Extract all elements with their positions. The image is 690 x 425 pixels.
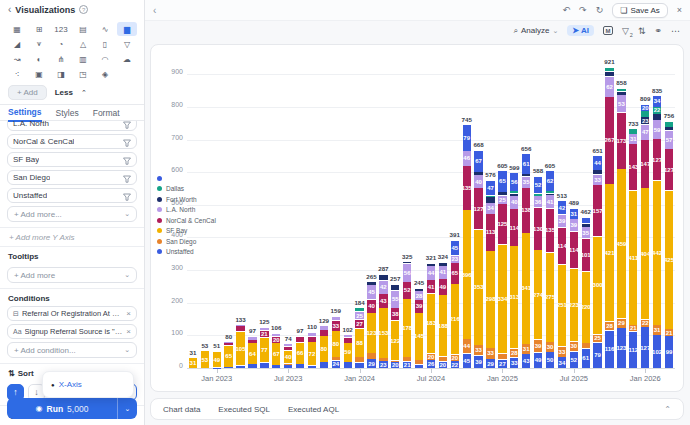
bar-segment[interactable]: 114 <box>558 228 566 265</box>
bar-segment[interactable]: 25 <box>498 196 506 204</box>
collapse-panel-icon[interactable]: ⌃ <box>664 405 671 414</box>
add-more-series-dropdown[interactable]: + Add more... ⌄ <box>7 206 137 222</box>
bar-segment[interactable]: 21 <box>260 331 268 337</box>
bar-segment[interactable] <box>296 364 304 368</box>
bar-segment[interactable]: 53 <box>201 351 209 368</box>
bar-segment[interactable]: 105 <box>236 332 244 366</box>
legend-item[interactable] <box>157 173 216 184</box>
bar-segment[interactable] <box>415 360 423 364</box>
bar-segment[interactable] <box>510 191 518 193</box>
filter-button[interactable]: ▽2 <box>622 26 629 36</box>
bar-segment[interactable]: 29 <box>367 359 375 368</box>
bar-segment[interactable] <box>534 194 542 196</box>
bar-segment[interactable]: 22 <box>451 361 459 368</box>
bar-segment[interactable] <box>522 174 530 176</box>
more-options-icon[interactable]: ⋯ <box>671 26 680 36</box>
bar-segment[interactable]: 57 <box>665 131 673 149</box>
bar-segment[interactable]: 62 <box>605 77 613 97</box>
tab-styles[interactable]: Styles <box>56 105 79 121</box>
bar-segment[interactable]: 31 <box>653 325 661 335</box>
bar-segment[interactable] <box>308 337 316 342</box>
bar-segment[interactable]: 33 <box>510 358 518 368</box>
bar-segment[interactable]: 31 <box>629 134 637 144</box>
bar-segment[interactable]: 40 <box>474 175 482 188</box>
bar-segment[interactable] <box>605 68 613 71</box>
bar-segment[interactable]: 33 <box>332 321 340 331</box>
bar-segment[interactable]: 55 <box>391 291 399 308</box>
bar-segment[interactable]: 61 <box>582 349 590 368</box>
bar-segment[interactable]: 59 <box>344 343 352 362</box>
bar-segment[interactable]: 130 <box>534 208 542 250</box>
bar-segment[interactable]: 30 <box>570 342 578 351</box>
bar-segment[interactable]: 334 <box>498 245 506 353</box>
bar-segment[interactable]: 33 <box>593 175 601 185</box>
bar-segment[interactable] <box>320 326 328 329</box>
remove-condition-icon[interactable]: × <box>126 327 131 336</box>
bar-segment[interactable] <box>332 317 340 320</box>
run-query-button[interactable]: ◉ Run 5,000 ⌄ <box>7 398 137 419</box>
bar-segment[interactable]: 26 <box>427 360 435 368</box>
viz-icon-heatmap[interactable]: ▣ <box>29 67 49 81</box>
bar-segment[interactable]: 425 <box>665 191 673 329</box>
bar-segment[interactable]: 28 <box>510 349 518 358</box>
bar-segment[interactable]: 39 <box>570 219 578 231</box>
condition-chip[interactable]: ⊟Referral Or Registration At Utc I...× <box>7 306 137 321</box>
bar-segment[interactable]: 47 <box>486 181 494 196</box>
series-row[interactable]: San Diego <box>7 170 137 185</box>
bar-segment[interactable]: 47 <box>641 125 649 140</box>
bar-segment[interactable]: 43 <box>522 354 530 368</box>
bar-segment[interactable]: 50 <box>546 352 554 368</box>
bar-segment[interactable] <box>260 363 268 368</box>
bar-segment[interactable]: 44 <box>463 339 471 353</box>
bar-segment[interactable]: 72 <box>308 342 316 365</box>
viz-icon-progress[interactable]: ◐ <box>29 52 49 66</box>
bar-segment[interactable] <box>284 364 292 365</box>
bar-segment[interactable]: 112 <box>629 332 637 368</box>
bar-segment[interactable]: 267 <box>605 97 613 184</box>
bar-segment[interactable]: 20 <box>451 355 459 361</box>
series-row[interactable]: NorCal & CenCal <box>7 134 137 149</box>
bar-segment[interactable] <box>355 308 363 311</box>
bar-segment[interactable]: 56 <box>510 173 518 191</box>
bar-segment[interactable]: 28 <box>415 291 423 300</box>
bar-segment[interactable]: 20 <box>641 105 649 111</box>
viz-icon-pivot-table[interactable]: ⊞ <box>29 22 49 36</box>
bar-segment[interactable] <box>510 194 518 196</box>
bar-segment[interactable]: 135 <box>463 166 471 210</box>
bar-segment[interactable]: 52 <box>570 352 578 368</box>
bar-segment[interactable]: 66 <box>296 343 304 364</box>
add-more-y-axis-link[interactable]: + Add more Y Axis <box>0 228 144 246</box>
bar-segment[interactable]: 31 <box>189 358 197 368</box>
bar-segment[interactable]: 274 <box>534 250 542 339</box>
collapse-sidebar-icon[interactable]: ‹ <box>153 5 156 16</box>
bar-segment[interactable] <box>248 364 256 368</box>
bar-segment[interactable] <box>582 224 590 227</box>
bar-segment[interactable] <box>474 172 482 174</box>
bar-segment[interactable]: 45 <box>367 285 375 299</box>
legend-item-norcal-cencal[interactable]: NorCal & CenCal <box>157 215 216 226</box>
bar-segment[interactable] <box>236 366 244 368</box>
bar-segment[interactable]: 80 <box>332 331 340 357</box>
bar-segment[interactable] <box>367 282 375 285</box>
close-icon[interactable]: × <box>677 5 682 15</box>
viz-icon-gauge[interactable]: ◠ <box>95 52 115 66</box>
bar-segment[interactable] <box>213 368 221 369</box>
bar-segment[interactable] <box>641 111 649 117</box>
bar-segment[interactable] <box>296 337 304 342</box>
bar-segment[interactable] <box>272 334 280 336</box>
save-as-button[interactable]: ❏ Save As <box>612 3 668 18</box>
bar-segment[interactable] <box>236 325 244 326</box>
viz-icon-trend[interactable]: ↝ <box>7 52 27 66</box>
bar-segment[interactable]: 56 <box>403 264 411 282</box>
viz-icon-pin-map[interactable]: ◈ <box>95 67 115 81</box>
bar-segment[interactable]: 183 <box>427 294 435 353</box>
bar-segment[interactable]: 396 <box>463 210 471 339</box>
bar-segment[interactable]: 59 <box>653 120 661 139</box>
help-icon[interactable]: ? <box>79 5 88 14</box>
bar-segment[interactable] <box>546 191 554 193</box>
series-filter-icon[interactable] <box>123 151 131 169</box>
bar-segment[interactable]: 44 <box>593 156 601 170</box>
remove-condition-icon[interactable]: × <box>126 309 131 318</box>
bar-segment[interactable]: 27 <box>355 320 363 328</box>
bar-segment[interactable]: 45 <box>463 354 471 368</box>
